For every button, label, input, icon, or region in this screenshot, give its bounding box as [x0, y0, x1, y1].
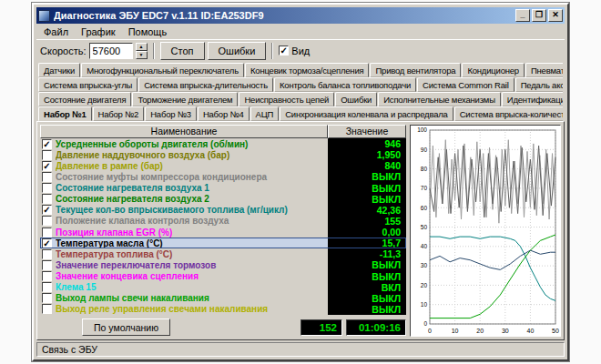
- table-row[interactable]: ✓Усредненные обороты двигателя (об/мин)9…: [40, 138, 406, 149]
- row-checkbox[interactable]: [42, 172, 52, 182]
- row-checkbox[interactable]: [42, 271, 52, 281]
- chart: 010203040506070809010001020304050: [410, 125, 561, 337]
- toolbar-separator: [271, 43, 273, 59]
- tab-состояние-двигателя[interactable]: Состояние двигателя: [38, 92, 131, 106]
- row-checkbox[interactable]: [42, 194, 52, 204]
- row-checkbox[interactable]: ✓: [42, 238, 52, 248]
- table-row[interactable]: Клема 15ВКЛ: [40, 282, 406, 293]
- app-window: Диагностика ЭБУ EDC7 v.1.11 ID:EA253DF9 …: [32, 3, 569, 361]
- tab-неисправность-цепей[interactable]: Неисправность цепей: [239, 92, 334, 106]
- menu-item-help[interactable]: Помощь: [122, 25, 174, 38]
- table-row[interactable]: Положение клапана контроля воздуха155: [40, 216, 406, 227]
- minimize-button[interactable]: _: [515, 9, 530, 22]
- tab-pane: Наименование Значение ✓Усредненные оборо…: [36, 121, 565, 340]
- row-checkbox[interactable]: ✓: [42, 161, 52, 171]
- tab-концевик-тормоза-сцепления[interactable]: Концевик тормоза/сцепления: [245, 63, 369, 77]
- row-checkbox[interactable]: [42, 216, 52, 226]
- svg-text:50: 50: [421, 224, 428, 230]
- svg-text:10: 10: [452, 328, 459, 334]
- speed-input[interactable]: [89, 43, 133, 59]
- param-name: Положение клапана контроля воздуха: [56, 216, 328, 226]
- chart-trace-5: [430, 250, 555, 269]
- spin-up-icon[interactable]: ▲: [136, 43, 148, 51]
- param-name: Выход лампы свечи накаливания: [56, 293, 328, 303]
- tab-ацп[interactable]: АЦП: [250, 106, 280, 121]
- tab-система-впрыска-углы[interactable]: Система впрыска-углы: [38, 77, 138, 92]
- row-checkbox[interactable]: [42, 183, 52, 193]
- tab-педаль-акселератора[interactable]: Педаль акселератора: [515, 77, 563, 92]
- tab-контроль-баланса-топливоподачи[interactable]: Контроль баланса топливоподачи: [274, 77, 416, 92]
- row-checkbox[interactable]: [42, 293, 52, 303]
- param-value: 42,36: [328, 205, 406, 216]
- speed-spinner: ▲▼: [136, 43, 148, 59]
- row-checkbox[interactable]: [42, 304, 52, 314]
- table-row[interactable]: Позиция клапана EGR (%)0,00: [40, 227, 406, 238]
- row-checkbox[interactable]: [42, 150, 52, 160]
- table-row[interactable]: Состояние нагревателя воздуха 1ВЫКЛ: [40, 183, 406, 194]
- tab-исполнительные-механизмы[interactable]: Исполнительные механизмы: [378, 92, 501, 106]
- table-row[interactable]: Температура топлива (°C)-11,3: [40, 248, 406, 259]
- svg-text:40: 40: [421, 243, 428, 249]
- row-checkbox[interactable]: [42, 228, 52, 238]
- table-row[interactable]: Выход лампы свечи накаливанияВЫКЛ: [40, 293, 406, 304]
- tab-датчики[interactable]: Датчики: [38, 63, 80, 77]
- tab-кондиционер[interactable]: Кондиционер: [462, 63, 525, 77]
- row-checkbox[interactable]: [42, 260, 52, 270]
- table-row[interactable]: ✓Текущее кол-во впрыскиваемого топлива (…: [40, 205, 406, 216]
- tab-набор-№1[interactable]: Набор №1: [38, 106, 92, 121]
- tab-система-впрыска-количество[interactable]: Система впрыска-количество: [454, 106, 563, 121]
- tab-система-впрыска-длительность[interactable]: Система впрыска-длительность: [138, 77, 273, 92]
- row-checkbox[interactable]: ✓: [42, 205, 52, 215]
- tab-row: ДатчикиМногофункциональный переключатель…: [38, 63, 563, 77]
- table-row[interactable]: Значение переключателя тормозовВЫКЛ: [40, 259, 406, 270]
- table-row[interactable]: Значение концевика сцепленияВЫКЛ: [40, 271, 406, 282]
- counter-display: 152: [300, 319, 342, 336]
- table-row[interactable]: ✓Давление в рампе (бар)840: [40, 160, 406, 171]
- svg-text:70: 70: [421, 185, 428, 191]
- param-name: Состояние муфты компрессора кондиционера: [56, 172, 328, 182]
- titlebar[interactable]: Диагностика ЭБУ EDC7 v.1.11 ID:EA253DF9 …: [36, 7, 565, 24]
- window-title: Диагностика ЭБУ EDC7 v.1.11 ID:EA253DF9: [54, 10, 514, 21]
- tab-набор-№3[interactable]: Набор №3: [145, 106, 197, 121]
- param-table: Наименование Значение ✓Усредненные оборо…: [40, 125, 406, 337]
- svg-text:60: 60: [421, 205, 428, 211]
- row-checkbox[interactable]: [42, 282, 52, 292]
- toolbar: Скорость: ▲▼ Стоп Ошибки ✓ Вид: [36, 39, 565, 61]
- table-row[interactable]: ✓Температура масла (°C)15,7: [40, 238, 406, 248]
- table-row[interactable]: Состояние нагревателя воздуха 2ВЫКЛ: [40, 194, 406, 205]
- tab-система-common-rail[interactable]: Система Common Rail: [417, 77, 514, 92]
- default-button[interactable]: По умолчанию: [82, 318, 170, 336]
- tab-ошибки[interactable]: Ошибки: [335, 92, 377, 106]
- tab-идентификация[interactable]: Идентификация: [502, 92, 563, 106]
- time-display: 01:09:16: [346, 319, 406, 336]
- tab-синхронизация-коленвала-и-распредвала[interactable]: Синхронизация коленвала и распредвала: [280, 106, 453, 121]
- param-table-body: ✓Усредненные обороты двигателя (об/мин)9…: [40, 138, 406, 315]
- errors-button[interactable]: Ошибки: [208, 42, 267, 60]
- menu-item-file[interactable]: Файл: [37, 25, 75, 38]
- chart-svg: 010203040506070809010001020304050: [411, 126, 560, 336]
- svg-text:30: 30: [502, 328, 509, 334]
- row-checkbox[interactable]: [42, 249, 52, 259]
- toolbar-separator: [153, 43, 155, 59]
- tab-многофункциональный-переключатель[interactable]: Многофункциональный переключатель: [81, 63, 244, 77]
- table-header-value: Значение: [328, 125, 406, 138]
- tab-торможение-двигателем[interactable]: Торможение двигателем: [132, 92, 238, 106]
- tab-набор-№2[interactable]: Набор №2: [93, 106, 145, 121]
- tab-пневматическая-система[interactable]: Пневматическая система: [525, 63, 563, 77]
- close-button[interactable]: ✕: [548, 9, 563, 22]
- view-checkbox[interactable]: ✓: [279, 46, 289, 56]
- stop-button[interactable]: Стоп: [160, 42, 205, 60]
- tab-row: Система впрыска-углыСистема впрыска-длит…: [38, 77, 563, 92]
- tab-набор-№4[interactable]: Набор №4: [198, 106, 250, 121]
- row-checkbox[interactable]: ✓: [42, 139, 52, 149]
- tab-strip: ДатчикиМногофункциональный переключатель…: [36, 61, 565, 121]
- table-row[interactable]: Давление наддувочного воздуха (бар)1,950: [40, 149, 406, 160]
- param-name: Температура масла (°C): [56, 238, 328, 248]
- svg-text:90: 90: [421, 147, 428, 153]
- tab-привод-вентилятора[interactable]: Привод вентилятора: [370, 63, 461, 77]
- table-row[interactable]: Состояние муфты компрессора кондиционера…: [40, 171, 406, 182]
- table-row[interactable]: Выход реле управления свечами накаливани…: [40, 304, 406, 315]
- spin-down-icon[interactable]: ▼: [136, 51, 148, 59]
- menu-item-graph[interactable]: График: [75, 25, 122, 38]
- maximize-button[interactable]: ❐: [532, 9, 546, 22]
